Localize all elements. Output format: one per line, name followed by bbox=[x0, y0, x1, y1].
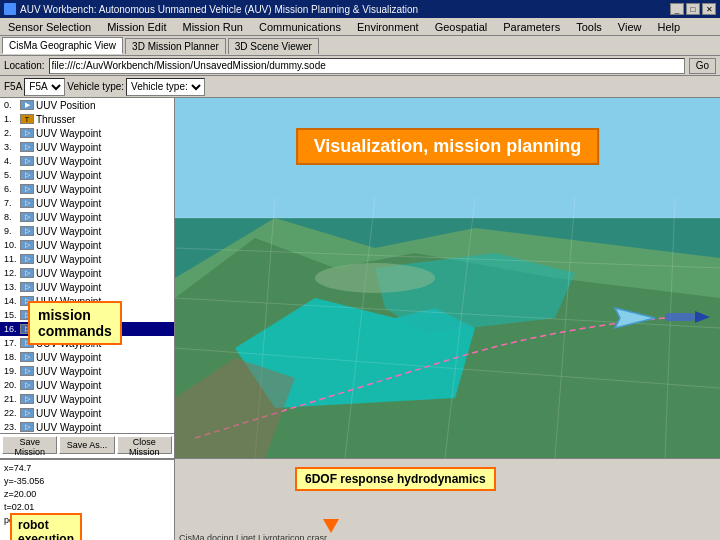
sensor-label: F5A bbox=[4, 81, 22, 92]
visualization-panel: Visualization, mission planning bbox=[175, 98, 720, 458]
menu-view[interactable]: View bbox=[614, 20, 646, 34]
maximize-button[interactable]: □ bbox=[686, 3, 700, 15]
mission-commands-label: missioncommands bbox=[38, 307, 112, 339]
left-panel: 0. ▶ UUV Position 1. T Thrusser 2. ▷ UUV… bbox=[0, 98, 175, 458]
list-item[interactable]: 22. ▷ UUV Waypoint bbox=[0, 406, 174, 420]
coord-y: y=-35.056 bbox=[2, 475, 172, 488]
menu-mission-run[interactable]: Mission Run bbox=[178, 20, 247, 34]
save-as-button[interactable]: Save As... bbox=[59, 436, 114, 454]
list-item[interactable]: 5. ▷ UUV Waypoint bbox=[0, 168, 174, 182]
go-button[interactable]: Go bbox=[689, 58, 716, 74]
sensor-select[interactable]: F5A bbox=[24, 78, 65, 96]
coord-x: x=74.7 bbox=[2, 462, 172, 475]
list-item[interactable]: 3. ▷ UUV Waypoint bbox=[0, 140, 174, 154]
bottom-right: 6DOF response hydrodynamics CisMa docing… bbox=[175, 459, 720, 540]
sixdof-label: 6DOF response hydrodynamics bbox=[305, 472, 486, 486]
visualization-title: Visualization, mission planning bbox=[296, 128, 600, 165]
close-button[interactable]: ✕ bbox=[702, 3, 716, 15]
vehicle-select[interactable]: Vehicle type: bbox=[126, 78, 205, 96]
menu-tools[interactable]: Tools bbox=[572, 20, 606, 34]
app-window: AUV Workbench: Autonomous Unmanned Vehic… bbox=[0, 0, 720, 540]
address-bar: Location: Go bbox=[0, 56, 720, 76]
menu-mission-edit[interactable]: Mission Edit bbox=[103, 20, 170, 34]
robot-execution-box: robotexecution bbox=[10, 513, 82, 540]
list-item[interactable]: 18. ▷ UUV Waypoint bbox=[0, 350, 174, 364]
window-title: AUV Workbench: Autonomous Unmanned Vehic… bbox=[20, 4, 666, 15]
mission-list[interactable]: 0. ▶ UUV Position 1. T Thrusser 2. ▷ UUV… bbox=[0, 98, 174, 433]
menu-environment[interactable]: Environment bbox=[353, 20, 423, 34]
vehicle-label: Vehicle type: bbox=[67, 81, 124, 92]
list-item[interactable]: 6. ▷ UUV Waypoint bbox=[0, 182, 174, 196]
list-item[interactable]: 1. T Thrusser bbox=[0, 112, 174, 126]
list-item[interactable]: 23. ▷ UUV Waypoint bbox=[0, 420, 174, 433]
menu-communications[interactable]: Communications bbox=[255, 20, 345, 34]
location-label: Location: bbox=[4, 60, 45, 71]
app-icon bbox=[4, 3, 16, 15]
list-item[interactable]: 10. ▷ UUV Waypoint bbox=[0, 238, 174, 252]
sixdof-arrow bbox=[323, 519, 339, 533]
log-line-1: CisMa docing Liget Liyrotaricon crasr bbox=[179, 531, 716, 540]
list-item[interactable]: 8. ▷ UUV Waypoint bbox=[0, 210, 174, 224]
menu-sensor-selection[interactable]: Sensor Selection bbox=[4, 20, 95, 34]
tab-3d-mission[interactable]: 3D Mission Planner bbox=[125, 38, 226, 54]
content-area: 0. ▶ UUV Position 1. T Thrusser 2. ▷ UUV… bbox=[0, 98, 720, 458]
list-item[interactable]: 7. ▷ UUV Waypoint bbox=[0, 196, 174, 210]
sixdof-box: 6DOF response hydrodynamics bbox=[295, 467, 496, 491]
save-buttons-area: Save Mission Save As... Close Mission bbox=[0, 433, 174, 458]
tab-bar: CisMa Geographic View 3D Mission Planner… bbox=[0, 36, 720, 56]
list-item[interactable]: 20. ▷ UUV Waypoint bbox=[0, 378, 174, 392]
title-bar: AUV Workbench: Autonomous Unmanned Vehic… bbox=[0, 0, 720, 18]
list-item[interactable]: 12. ▷ UUV Waypoint bbox=[0, 266, 174, 280]
save-mission-button[interactable]: Save Mission bbox=[2, 436, 57, 454]
list-item[interactable]: 21. ▷ UUV Waypoint bbox=[0, 392, 174, 406]
menu-parameters[interactable]: Parameters bbox=[499, 20, 564, 34]
minimize-button[interactable]: _ bbox=[670, 3, 684, 15]
menu-geospatial[interactable]: Geospatial bbox=[431, 20, 492, 34]
list-item[interactable]: 19. ▷ UUV Waypoint bbox=[0, 364, 174, 378]
list-item[interactable]: 9. ▷ UUV Waypoint bbox=[0, 224, 174, 238]
tab-cisma-geo[interactable]: CisMa Geographic View bbox=[2, 37, 123, 54]
save-btn-row: Save Mission Save As... Close Mission bbox=[2, 436, 172, 454]
sub-toolbar: F5A F5A Vehicle type: Vehicle type: bbox=[0, 76, 720, 98]
svg-point-18 bbox=[315, 263, 435, 293]
mission-list-container: 0. ▶ UUV Position 1. T Thrusser 2. ▷ UUV… bbox=[0, 98, 174, 433]
list-item[interactable]: 11. ▷ UUV Waypoint bbox=[0, 252, 174, 266]
address-input[interactable] bbox=[49, 58, 685, 74]
menu-bar: Sensor Selection Mission Edit Mission Ru… bbox=[0, 18, 720, 36]
coord-z: z=20.00 bbox=[2, 488, 172, 501]
list-item[interactable]: 13. ▷ UUV Waypoint bbox=[0, 280, 174, 294]
close-mission-button[interactable]: Close Mission bbox=[117, 436, 172, 454]
svg-rect-16 bbox=[665, 313, 695, 321]
window-controls: _ □ ✕ bbox=[670, 3, 716, 15]
robot-execution-label: robotexecution bbox=[18, 518, 74, 540]
tab-3d-scene[interactable]: 3D Scene Viewer bbox=[228, 38, 319, 54]
bottom-area: x=74.7 y=-35.056 z=20.00 t=02.01 pc=-150… bbox=[0, 458, 720, 540]
bottom-text: CisMa docing Liget Liyrotaricon crasr Ci… bbox=[175, 529, 720, 540]
menu-help[interactable]: Help bbox=[653, 20, 684, 34]
list-item[interactable]: 4. ▷ UUV Waypoint bbox=[0, 154, 174, 168]
list-item[interactable]: 2. ▷ UUV Waypoint bbox=[0, 126, 174, 140]
info-panel: x=74.7 y=-35.056 z=20.00 t=02.01 pc=-150… bbox=[0, 459, 175, 540]
list-item[interactable]: 0. ▶ UUV Position bbox=[0, 98, 174, 112]
mission-commands-box: missioncommands bbox=[28, 301, 122, 345]
